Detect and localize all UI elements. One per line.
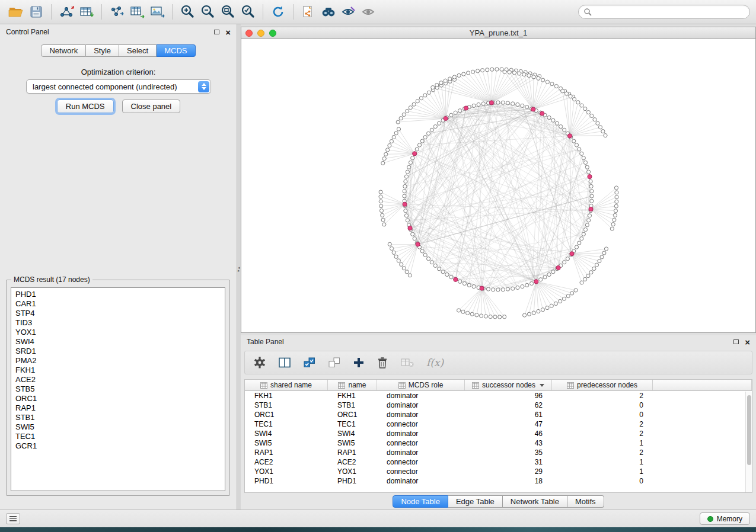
network-node[interactable]: [503, 70, 506, 73]
network-node[interactable]: [495, 68, 499, 71]
tab-mcds[interactable]: MCDS: [157, 44, 195, 57]
memory-button[interactable]: Memory: [700, 512, 750, 525]
network-node[interactable]: [527, 312, 531, 316]
zoom-selected-icon[interactable]: [238, 2, 258, 21]
clone-network-icon[interactable]: [298, 2, 318, 21]
network-node[interactable]: [397, 259, 400, 262]
network-node[interactable]: [586, 110, 590, 114]
network-node[interactable]: [454, 111, 457, 114]
network-node[interactable]: [411, 156, 414, 160]
add-row-icon[interactable]: [353, 357, 365, 368]
network-node[interactable]: [493, 315, 497, 319]
network-node[interactable]: [423, 136, 427, 139]
network-node[interactable]: [388, 144, 391, 148]
dominator-node[interactable]: [534, 280, 538, 284]
network-node[interactable]: [554, 84, 558, 88]
network-node[interactable]: [467, 71, 470, 75]
find-icon[interactable]: [318, 2, 339, 21]
network-node[interactable]: [406, 170, 409, 174]
table-tab-network-table[interactable]: Network Table: [503, 495, 567, 508]
table-row[interactable]: ACE2ACE2connector311: [245, 457, 752, 467]
network-node[interactable]: [593, 118, 596, 121]
network-node[interactable]: [477, 102, 480, 106]
network-node[interactable]: [527, 73, 531, 77]
network-node[interactable]: [512, 71, 516, 75]
network-node[interactable]: [589, 271, 593, 274]
network-node[interactable]: [583, 277, 587, 281]
network-node[interactable]: [392, 135, 395, 139]
network-node[interactable]: [563, 128, 566, 132]
mcds-result-item[interactable]: PMA2: [15, 356, 225, 366]
network-node[interactable]: [586, 274, 590, 278]
network-node[interactable]: [532, 311, 535, 315]
refresh-icon[interactable]: [268, 2, 288, 21]
network-node[interactable]: [570, 291, 574, 295]
network-node[interactable]: [588, 214, 591, 217]
network-node[interactable]: [457, 309, 461, 312]
network-node[interactable]: [559, 299, 562, 303]
network-node[interactable]: [498, 315, 502, 319]
network-node[interactable]: [501, 101, 505, 104]
dominator-node[interactable]: [589, 207, 593, 211]
network-node[interactable]: [445, 273, 449, 276]
mcds-result-item[interactable]: ORC1: [15, 394, 225, 403]
network-node[interactable]: [412, 102, 416, 106]
network-node[interactable]: [396, 120, 400, 124]
network-node[interactable]: [433, 264, 437, 267]
network-node[interactable]: [379, 204, 383, 208]
network-node[interactable]: [481, 102, 485, 105]
network-node[interactable]: [406, 109, 409, 113]
network-node[interactable]: [390, 139, 393, 143]
network-window-titlebar[interactable]: YPA_prune.txt_1: [241, 27, 755, 39]
table-row[interactable]: SWI5SWI5connector431: [245, 438, 752, 448]
network-node[interactable]: [470, 312, 474, 316]
mcds-result-item[interactable]: RAP1: [15, 403, 225, 413]
network-node[interactable]: [427, 91, 430, 94]
mcds-result-item[interactable]: GCR1: [15, 441, 225, 451]
network-node[interactable]: [615, 200, 618, 203]
network-node[interactable]: [559, 125, 563, 129]
zoom-fit-icon[interactable]: [218, 2, 238, 21]
mcds-result-item[interactable]: STP4: [15, 309, 225, 318]
save-icon[interactable]: [26, 2, 46, 21]
column-header-predecessor-nodes[interactable]: predecessor nodes: [552, 380, 653, 391]
network-node[interactable]: [598, 259, 601, 263]
dominator-node[interactable]: [540, 111, 544, 116]
table-settings-icon[interactable]: [253, 356, 266, 369]
mcds-result-item[interactable]: STB1: [15, 413, 225, 422]
maximize-window-icon[interactable]: [269, 30, 276, 37]
network-node[interactable]: [475, 313, 479, 317]
network-node[interactable]: [388, 242, 391, 246]
network-node[interactable]: [461, 310, 465, 313]
network-node[interactable]: [522, 73, 526, 76]
network-node[interactable]: [423, 94, 427, 97]
mcds-result-item[interactable]: TEC1: [15, 432, 225, 441]
network-node[interactable]: [580, 237, 583, 241]
network-node[interactable]: [611, 223, 615, 226]
network-node[interactable]: [444, 79, 447, 82]
minimize-window-icon[interactable]: [257, 30, 264, 37]
zoom-out-icon[interactable]: [197, 2, 218, 21]
network-node[interactable]: [457, 73, 461, 77]
network-node[interactable]: [403, 184, 407, 188]
function-builder-icon[interactable]: f(x): [426, 357, 444, 368]
network-node[interactable]: [467, 283, 471, 287]
network-node[interactable]: [379, 209, 383, 213]
network-node[interactable]: [569, 95, 572, 98]
network-node[interactable]: [462, 281, 466, 285]
network-node[interactable]: [427, 257, 430, 261]
network-node[interactable]: [530, 281, 534, 285]
network-node[interactable]: [508, 70, 511, 74]
network-node[interactable]: [614, 186, 618, 190]
network-node[interactable]: [409, 161, 412, 164]
network-node[interactable]: [484, 315, 487, 318]
network-node[interactable]: [525, 283, 529, 287]
import-network-icon[interactable]: [56, 2, 76, 21]
network-node[interactable]: [541, 78, 545, 82]
network-node[interactable]: [582, 156, 585, 160]
network-node[interactable]: [379, 195, 382, 198]
network-node[interactable]: [580, 104, 583, 107]
unselect-all-icon[interactable]: [328, 357, 341, 368]
network-node[interactable]: [537, 309, 540, 313]
network-node[interactable]: [472, 104, 476, 107]
